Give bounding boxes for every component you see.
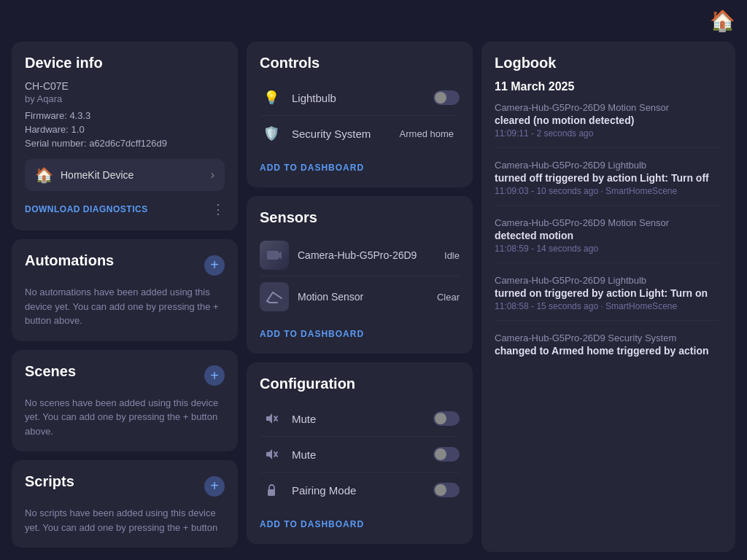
mute-1-label: Mute [292, 413, 433, 425]
sensors-add-dashboard-button[interactable]: ADD TO DASHBOARD [260, 322, 460, 341]
scenes-empty-text: No scenes have been added using this dev… [25, 396, 225, 439]
svg-line-2 [267, 292, 273, 301]
logbook-device: Camera-Hub-G5Pro-26D9 Motion Sensor [495, 102, 719, 113]
automations-title: Automations [25, 252, 114, 269]
automations-header: Automations + [25, 252, 225, 278]
sensor-motion: Motion Sensor Clear [260, 276, 460, 317]
config-mute-2: Mute [260, 437, 460, 472]
logbook-time: 11:09:11 - 2 seconds ago [495, 128, 719, 139]
logbook-device: Camera-Hub-G5Pro-26D9 Lightbulb [495, 160, 719, 171]
logbook-entry: Camera-Hub-G5Pro-26D9 Motion Sensor dete… [495, 217, 719, 263]
logbook-device: Camera-Hub-G5Pro-26D9 Motion Sensor [495, 217, 719, 228]
svg-rect-0 [267, 251, 279, 260]
automations-empty-text: No automations have been added using thi… [25, 285, 225, 328]
logbook-event: changed to Armed home triggered by actio… [495, 345, 719, 357]
homekit-row[interactable]: 🏠 HomeKit Device › [25, 159, 225, 191]
sensor-camera: Camera-Hub-G5Pro-26D9 Idle [260, 235, 460, 276]
logbook-time: 11:09:03 - 10 seconds ago · SmartHomeSce… [495, 186, 719, 196]
motion-sensor-icon [260, 282, 289, 311]
device-serial: Serial number: a62d6c7dcff126d9 [25, 138, 225, 149]
svg-marker-1 [279, 252, 282, 259]
lightbulb-label: Lightbulb [292, 92, 433, 104]
logbook-event: cleared (no motion detected) [495, 114, 719, 126]
lightbulb-toggle[interactable] [433, 90, 460, 105]
device-brand: by Aqara [25, 93, 225, 104]
logbook-device: Camera-Hub-G5Pro-26D9 Security System [495, 332, 719, 343]
logbook-title: Logbook [495, 55, 722, 71]
sensors-card: Sensors Camera-Hub-G5Pro-26D9 Idle [247, 196, 473, 354]
motion-status: Clear [437, 292, 460, 303]
scripts-empty-text: No scripts have been added using this de… [25, 506, 225, 534]
device-firmware: Firmware: 4.3.3 [25, 110, 225, 121]
add-script-button[interactable]: + [204, 476, 225, 497]
control-security-system: 🛡️ Security System Armed home [260, 116, 460, 151]
security-label: Security System [292, 128, 400, 140]
logbook-time: 11:08:58 - 15 seconds ago · SmartHomeSce… [495, 301, 719, 311]
device-hardware: Hardware: 1.0 [25, 124, 225, 135]
scenes-card: Scenes + No scenes have been added using… [12, 350, 238, 452]
logbook-event: turned on triggered by action Light: Tur… [495, 287, 719, 299]
diagnostics-row: DOWNLOAD DIAGNOSTICS ⋮ [25, 201, 225, 217]
device-model: CH-C07E [25, 80, 225, 92]
mute-2-icon [260, 443, 283, 466]
motion-label: Motion Sensor [298, 291, 437, 303]
logbook-date: 11 March 2025 [495, 80, 722, 93]
controls-card: Controls 💡 Lightbulb 🛡️ Security System … [247, 42, 473, 187]
device-info-card: Device info CH-C07E by Aqara Firmware: 4… [12, 42, 238, 230]
logbook-entry: Camera-Hub-G5Pro-26D9 Motion Sensor clea… [495, 102, 719, 148]
logbook-entry: Camera-Hub-G5Pro-26D9 Lightbulb turned o… [495, 275, 719, 321]
mute-1-toggle[interactable] [433, 411, 460, 426]
sensors-title: Sensors [260, 209, 460, 226]
mute-2-toggle[interactable] [433, 447, 460, 462]
configuration-title: Configuration [260, 376, 460, 392]
scenes-header: Scenes + [25, 363, 225, 389]
mute-1-icon [260, 407, 283, 430]
logbook-device: Camera-Hub-G5Pro-26D9 Lightbulb [495, 275, 719, 286]
scripts-card: Scripts + No scripts have been added usi… [12, 460, 238, 548]
logbook-card: Logbook 11 March 2025 Camera-Hub-G5Pro-2… [481, 42, 735, 552]
logbook-entry: Camera-Hub-G5Pro-26D9 Security System ch… [495, 332, 719, 368]
controls-title: Controls [260, 55, 460, 71]
top-bar: 🏠 [0, 0, 747, 42]
more-options-icon[interactable]: ⋮ [212, 201, 225, 217]
camera-thumbnail [260, 241, 289, 270]
config-mute-1: Mute [260, 401, 460, 437]
camera-status: Idle [444, 250, 460, 261]
logbook-time: 11:08:59 - 14 seconds ago [495, 244, 719, 254]
pairing-mode-icon [260, 478, 283, 502]
svg-line-3 [273, 292, 282, 298]
chevron-right-icon: › [211, 168, 214, 182]
logbook-event: detected motion [495, 230, 719, 241]
logbook-list: Camera-Hub-G5Pro-26D9 Motion Sensor clea… [495, 102, 722, 539]
scripts-header: Scripts + [25, 473, 225, 499]
lightbulb-icon: 💡 [260, 86, 283, 109]
svg-marker-6 [266, 413, 272, 424]
homekit-label: HomeKit Device [61, 169, 211, 181]
configuration-card: Configuration Mute [247, 362, 473, 544]
svg-marker-9 [266, 449, 272, 459]
control-lightbulb: 💡 Lightbulb [260, 80, 460, 116]
automations-card: Automations + No automations have been a… [12, 239, 238, 341]
security-icon: 🛡️ [260, 122, 283, 145]
logbook-entry: Camera-Hub-G5Pro-26D9 Lightbulb turned o… [495, 160, 719, 206]
add-scene-button[interactable]: + [204, 365, 225, 386]
homekit-icon: 🏠 [35, 166, 53, 184]
security-value: Armed home [400, 128, 454, 139]
scenes-title: Scenes [25, 363, 76, 380]
add-automation-button[interactable]: + [204, 255, 225, 276]
download-diagnostics-button[interactable]: DOWNLOAD DIAGNOSTICS [25, 204, 148, 214]
device-info-title: Device info [25, 55, 225, 71]
home-icon[interactable]: 🏠 [710, 9, 735, 33]
scripts-title: Scripts [25, 473, 74, 490]
configuration-add-dashboard-button[interactable]: ADD TO DASHBOARD [260, 512, 460, 531]
pairing-mode-label: Pairing Mode [292, 484, 433, 497]
controls-add-dashboard-button[interactable]: ADD TO DASHBOARD [260, 155, 460, 174]
pairing-mode-toggle[interactable] [433, 483, 460, 497]
camera-label: Camera-Hub-G5Pro-26D9 [298, 249, 444, 261]
svg-rect-12 [268, 489, 275, 496]
config-pairing: Pairing Mode [260, 472, 460, 508]
logbook-event: turned off triggered by action Light: Tu… [495, 172, 719, 184]
mute-2-label: Mute [292, 448, 433, 461]
